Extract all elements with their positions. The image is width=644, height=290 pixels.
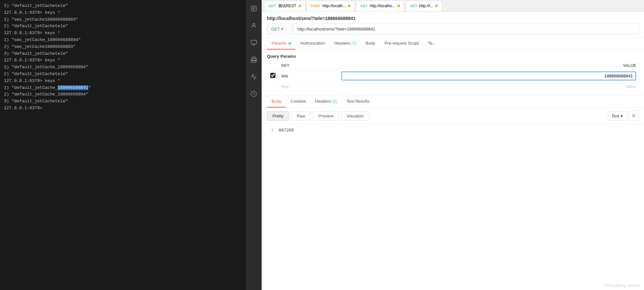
tab-get-test[interactable]: GET 测试REST	[264, 1, 305, 11]
terminal-line: 127.0.0.1:6379> keys *	[4, 10, 242, 16]
chevron-down-icon: ▾	[621, 114, 623, 118]
history-icon[interactable]	[248, 88, 260, 100]
terminal-line: 127.0.0.1:6379> keys *	[4, 30, 242, 37]
param-placeholder-row: Key Value	[267, 82, 639, 91]
text-type-label: Text	[612, 114, 619, 118]
resp-tab-body[interactable]: Body	[267, 95, 286, 108]
response-section: Body Cookies Headers (5) Test Results Pr…	[262, 95, 644, 290]
watermark: CSDN @Ding Jiaxiong	[604, 283, 640, 287]
tab-label: http://localho...	[370, 4, 395, 8]
param-value-cell[interactable]	[339, 70, 639, 82]
col-key-header: KEY	[279, 61, 339, 70]
col-value-header: VALUE	[339, 61, 639, 70]
svg-rect-5	[251, 40, 256, 44]
format-raw-button[interactable]: Raw	[291, 111, 311, 121]
method-select[interactable]: GET ▾	[267, 24, 293, 34]
terminal-line: 3) "default_jetCachetele"	[4, 98, 242, 105]
chart-icon[interactable]	[248, 71, 260, 83]
text-type-select[interactable]: Text ▾	[608, 111, 627, 121]
resp-body-label: Body	[272, 99, 281, 104]
file-icon[interactable]	[248, 3, 260, 14]
placeholder-check	[267, 82, 279, 91]
param-key: tele	[279, 70, 339, 82]
monitor-icon[interactable]	[248, 37, 260, 49]
param-checkbox-cell[interactable]	[267, 70, 279, 82]
headers-badge: (7)	[352, 41, 356, 46]
params-dot	[289, 42, 291, 45]
tab-bar: GET 测试REST POST http://localh... GET htt…	[262, 0, 644, 12]
method-label: POST	[311, 4, 321, 8]
printer-icon[interactable]	[248, 54, 260, 66]
terminal-line: 127.0.0.1:6379> keys *	[4, 57, 242, 64]
format-visualize-button[interactable]: Visualize	[341, 111, 369, 121]
tab-status-dot	[397, 5, 400, 7]
terminal-highlight: 188666688841	[58, 85, 89, 90]
tab-tests[interactable]: Te...	[423, 37, 441, 50]
method-label: GET	[410, 4, 417, 8]
terminal-line: 2) "default_jetCache_18866666884"	[4, 91, 242, 98]
filter-icon: ≡	[632, 113, 635, 118]
svg-point-4	[252, 23, 255, 26]
terminal-line: 2) "default_jetCachetele"	[4, 23, 242, 30]
resp-tab-cookies[interactable]: Cookies	[286, 95, 311, 108]
filter-button[interactable]: ≡	[629, 111, 639, 121]
chevron-down-icon: ▾	[281, 27, 283, 31]
param-checkbox[interactable]	[270, 73, 275, 78]
line-content: 067265	[279, 128, 294, 133]
svg-rect-8	[252, 57, 255, 59]
format-pretty-button[interactable]: Pretty	[267, 111, 289, 121]
tab-label: 测试REST	[278, 3, 296, 9]
tab-label: http://localh...	[323, 4, 346, 8]
tab-headers[interactable]: Headers (7)	[330, 37, 361, 50]
param-row: tele	[267, 70, 639, 82]
url-area: http://localhost/sms/?tele=188666688841 …	[262, 12, 644, 37]
tab-post[interactable]: POST http://localh...	[307, 1, 355, 11]
user-icon[interactable]	[248, 20, 260, 31]
svg-rect-9	[252, 60, 256, 63]
method-value: GET	[271, 27, 280, 31]
terminal-line: 1) "default_jetCache_18866668884"	[4, 64, 242, 71]
terminal-line: 2) "sms_jetCache18866668883"	[4, 44, 242, 51]
placeholder-value[interactable]: Value	[339, 82, 639, 91]
tab-body[interactable]: Body	[361, 37, 380, 50]
tab-label: http://l...	[419, 4, 433, 8]
terminal-line: 127.0.0.1:6379>	[4, 105, 242, 112]
terminal-line: 2) "default_jetCachetele"	[4, 3, 242, 10]
col-check	[267, 61, 279, 70]
url-display: http://localhost/sms/?tele=188666688841	[267, 16, 639, 21]
tab-authorization[interactable]: Authorization	[295, 37, 330, 50]
response-tabs: Body Cookies Headers (5) Test Results	[262, 95, 644, 108]
tab-status-dot	[435, 5, 438, 7]
resp-tab-headers[interactable]: Headers (5)	[311, 95, 342, 108]
resp-test-results-label: Test Results	[346, 99, 370, 104]
terminal-line: 3) "default_jetCachetele"	[4, 51, 242, 57]
url-input-row: GET ▾	[267, 24, 639, 34]
params-table: KEY VALUE tele Key Value	[267, 61, 639, 91]
tab-body-label: Body	[366, 41, 375, 46]
method-label: GET	[269, 4, 276, 8]
resp-headers-label: Headers	[315, 99, 332, 104]
terminal-line: 1) "sms_jetCache188666688883"	[4, 16, 242, 23]
tab-get-2[interactable]: GET http://l...	[406, 1, 442, 11]
url-input[interactable]	[293, 24, 638, 34]
terminal-line: 127.0.0.1:6379> keys *	[4, 78, 242, 85]
tab-params[interactable]: Params	[267, 37, 295, 50]
tab-pre-request[interactable]: Pre-request Script	[380, 37, 423, 50]
tab-params-label: Params	[272, 41, 286, 46]
response-body: 1 067265	[262, 124, 644, 290]
response-line: 1 067265	[267, 128, 639, 133]
param-value-input[interactable]	[341, 72, 636, 80]
tab-headers-label: Headers	[334, 41, 352, 46]
tab-authorization-label: Authorization	[300, 41, 325, 46]
placeholder-key[interactable]: Key	[279, 82, 339, 91]
tab-pre-request-label: Pre-request Script	[384, 41, 419, 46]
tab-get-1[interactable]: GET http://localho...	[356, 1, 404, 11]
method-label: GET	[360, 4, 368, 8]
terminal-line: 2) "default_jetCachetele"	[4, 71, 242, 78]
response-toolbar: Pretty Raw Preview Visualize Text ▾ ≡	[262, 108, 644, 124]
format-preview-button[interactable]: Preview	[313, 111, 339, 121]
line-number: 1	[267, 128, 273, 133]
tab-status-dot	[348, 5, 351, 7]
resp-tab-test-results[interactable]: Test Results	[342, 95, 374, 108]
request-tabs: Params Authorization Headers (7) Body Pr…	[262, 37, 644, 50]
